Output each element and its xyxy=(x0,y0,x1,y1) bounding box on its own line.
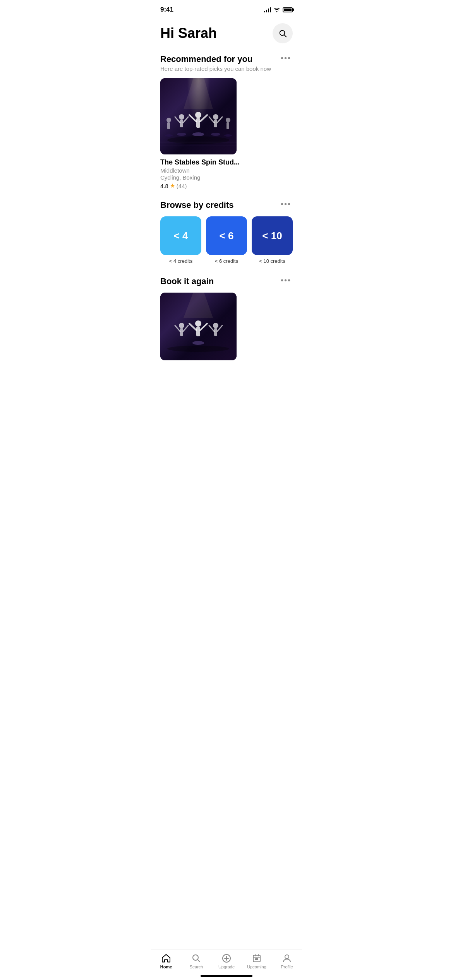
credits-lt10-card[interactable]: < 10 xyxy=(252,216,293,255)
header-row: Hi Sarah xyxy=(160,23,293,43)
credits-lt4-sublabel: < 4 credits xyxy=(160,258,201,264)
svg-point-12 xyxy=(177,133,186,136)
svg-rect-28 xyxy=(196,327,200,336)
svg-rect-9 xyxy=(180,120,183,127)
star-icon: ★ xyxy=(170,182,175,189)
svg-point-31 xyxy=(192,341,204,345)
status-icons xyxy=(264,7,293,12)
recommended-title: Recommended for you xyxy=(160,54,271,64)
recommended-studio-card[interactable]: The Stables Spin Stud... Middletown Cycl… xyxy=(160,78,293,189)
svg-point-8 xyxy=(179,114,184,120)
svg-point-7 xyxy=(192,132,204,136)
studio-location: Middletown xyxy=(160,167,293,174)
svg-point-26 xyxy=(167,346,229,352)
recommended-section-header: Recommended for you Here are top-rated p… xyxy=(160,54,293,72)
studio-rating: 4.8 ★ (44) xyxy=(160,182,293,189)
rating-value: 4.8 xyxy=(160,183,168,189)
svg-line-5 xyxy=(189,115,196,122)
svg-point-17 xyxy=(211,133,220,136)
credits-cards: < 4 < 6 < 10 xyxy=(160,216,293,255)
browse-by-credits-section: Browse by credits ••• < 4 < 6 < 10 < 4 c… xyxy=(160,200,293,264)
svg-point-21 xyxy=(226,118,230,122)
search-icon xyxy=(278,29,287,38)
book-again-more-button[interactable]: ••• xyxy=(279,276,293,284)
recommended-more-button[interactable]: ••• xyxy=(279,54,293,62)
book-again-image[interactable] xyxy=(160,293,237,360)
svg-rect-14 xyxy=(214,120,217,127)
svg-point-3 xyxy=(195,112,201,118)
svg-point-36 xyxy=(213,323,218,328)
studio-name: The Stables Spin Stud... xyxy=(160,158,293,166)
credits-lt6-card[interactable]: < 6 xyxy=(206,216,247,255)
main-content: Hi Sarah Recommended for you Here are to… xyxy=(151,17,302,405)
svg-line-6 xyxy=(200,115,207,122)
credits-lt4-label: < 4 xyxy=(174,230,188,242)
svg-rect-37 xyxy=(214,328,217,336)
status-time: 9:41 xyxy=(160,6,173,14)
svg-line-29 xyxy=(189,324,196,330)
credits-lt6-sublabel: < 6 credits xyxy=(206,258,247,264)
svg-rect-22 xyxy=(226,122,229,129)
svg-point-20 xyxy=(165,134,173,137)
svg-point-13 xyxy=(213,114,218,120)
credits-title: Browse by credits xyxy=(160,200,234,210)
credits-lt10-label: < 10 xyxy=(262,230,282,242)
credits-lt10-sublabel: < 10 credits xyxy=(252,258,293,264)
greeting-text: Hi Sarah xyxy=(160,25,217,41)
book-again-section: Book it again ••• xyxy=(160,276,293,360)
search-button[interactable] xyxy=(273,23,293,43)
book-again-title: Book it again xyxy=(160,276,214,286)
wifi-icon xyxy=(273,7,280,12)
svg-rect-33 xyxy=(180,328,183,336)
svg-line-30 xyxy=(200,324,207,330)
studio-type: Cycling, Boxing xyxy=(160,174,293,181)
svg-point-27 xyxy=(195,320,201,327)
recommended-subtitle: Here are top-rated picks you can book no… xyxy=(160,65,271,72)
svg-point-2 xyxy=(167,136,229,144)
signal-icon xyxy=(264,7,271,12)
credits-labels: < 4 credits < 6 credits < 10 credits xyxy=(160,258,293,264)
battery-icon xyxy=(283,7,293,12)
svg-rect-19 xyxy=(167,122,170,129)
svg-rect-4 xyxy=(196,118,200,128)
svg-point-23 xyxy=(224,134,232,137)
status-bar: 9:41 xyxy=(151,0,302,17)
credits-more-button[interactable]: ••• xyxy=(279,200,293,208)
svg-line-1 xyxy=(284,35,286,37)
svg-point-32 xyxy=(179,323,184,328)
svg-point-18 xyxy=(166,118,171,122)
review-count: (44) xyxy=(177,183,187,189)
studio-image xyxy=(160,78,237,154)
credits-lt6-label: < 6 xyxy=(220,230,234,242)
credits-lt4-card[interactable]: < 4 xyxy=(160,216,201,255)
